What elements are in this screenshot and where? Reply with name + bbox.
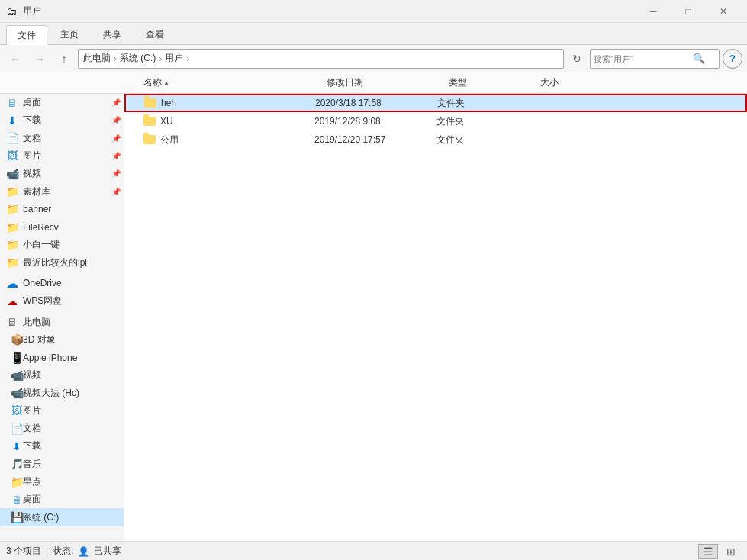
tab-file[interactable]: 文件 (6, 25, 47, 45)
col-header-name[interactable]: 名称 ▲ (137, 72, 320, 93)
sidebar-item-zuijin[interactable]: 📁 最近比较火的ipl (0, 254, 124, 272)
minimize-button[interactable]: ─ (636, 0, 671, 23)
folder-icon-title: 🗂 (6, 5, 17, 18)
sidebar-item-this-pc[interactable]: 🖥 此电脑 (0, 313, 124, 330)
file-item-gongyong[interactable]: 公用 2019/12/20 17:57 文件夹 (124, 130, 747, 149)
sidebar-item-iphone[interactable]: 📱 Apple iPhone (0, 349, 124, 366)
status-bar-left: 3 个项目 | 状态: 👤 已共享 (6, 545, 695, 558)
onedrive-icon: ☁ (6, 277, 18, 289)
folder-icon-filerecv: 📁 (6, 221, 18, 233)
file-date-heh: 2020/3/18 17:58 (309, 98, 431, 108)
details-view-button[interactable]: ☰ (698, 544, 718, 559)
shared-text: 已共享 (94, 545, 121, 558)
wps-icon: ☁ (6, 295, 18, 307)
sidebar: 🖥 桌面 📌 ⬇ 下载 📌 📄 文档 📌 🖼 图片 📌 📹 视频 (0, 94, 124, 541)
sidebar-item-filerecv[interactable]: 📁 FileRecv (0, 218, 124, 236)
pin-icon-5: 📌 (111, 169, 121, 178)
sidebar-item-onedrive[interactable]: ☁ OneDrive (0, 275, 124, 292)
close-button[interactable]: ✕ (706, 0, 741, 23)
pin-icon-6: 📌 (111, 188, 121, 196)
sidebar-item-documents[interactable]: 📄 文档 📌 (0, 130, 124, 147)
video3-icon: 📹 (6, 387, 18, 399)
music-icon: 🎵 (6, 458, 18, 470)
folder-icon-zuijin: 📁 (6, 256, 18, 269)
picture-icon: 🖼 (6, 150, 18, 162)
3d-icon: 📦 (6, 333, 18, 346)
address-sep-2: › (159, 53, 162, 64)
address-part-users[interactable]: 用户 (165, 52, 183, 65)
sidebar-item-sucaiku[interactable]: 📁 素材库 📌 (0, 182, 124, 200)
sidebar-item-drive-c[interactable]: 💾 系统 (C:) (0, 508, 124, 526)
sidebar-item-picture2[interactable]: 🖼 图片 (0, 402, 124, 420)
sidebar-item-pictures[interactable]: 🖼 图片 📌 (0, 147, 124, 165)
up-button[interactable]: ↑ (53, 49, 75, 69)
sidebar-item-wps[interactable]: ☁ WPS网盘 (0, 292, 124, 310)
pin-icon-2: 📌 (111, 116, 121, 124)
maximize-button[interactable]: □ (671, 0, 706, 23)
status-label: 状态: (53, 545, 73, 558)
video-icon: 📹 (6, 168, 18, 180)
search-icon[interactable]: 🔍 (693, 53, 705, 64)
sidebar-item-banner[interactable]: 📁 banner (0, 201, 124, 218)
sidebar-item-videos[interactable]: 📹 视频 📌 (0, 165, 124, 182)
file-date-gongyong: 2019/12/20 17:57 (308, 134, 430, 145)
sidebar-item-xiaobai[interactable]: 📁 小白一键 (0, 236, 124, 253)
tab-home[interactable]: 主页 (49, 24, 90, 44)
title-bar-icons: 🗂 (6, 5, 17, 18)
title-bar: 🗂 用户 ─ □ ✕ (0, 0, 747, 23)
folder-icon-sucai: 📁 (6, 185, 18, 198)
file-name-xu: XU (125, 116, 308, 127)
file-type-gongyong: 文件夹 (430, 134, 522, 146)
sidebar-item-zaodian[interactable]: 📁 早点 (0, 473, 124, 491)
folder-icon-banner: 📁 (6, 203, 18, 215)
video2-icon: 📹 (6, 369, 18, 381)
sidebar-item-document2[interactable]: 📄 文档 (0, 420, 124, 437)
address-bar-area: ← → ↑ 此电脑 › 系统 (C:) › 用户 › ↻ 🔍 ? (0, 45, 747, 72)
address-bar[interactable]: 此电脑 › 系统 (C:) › 用户 › (78, 49, 564, 69)
address-part-pc[interactable]: 此电脑 (83, 52, 111, 65)
sidebar-item-music[interactable]: 🎵 音乐 (0, 455, 124, 473)
file-type-heh: 文件夹 (431, 97, 523, 110)
desktop2-icon: 🖥 (6, 494, 18, 506)
col-header-date[interactable]: 修改日期 (320, 72, 443, 93)
status-bar-right: ☰ ⊞ (698, 544, 741, 559)
folder2-icon: 📁 (6, 476, 18, 488)
sidebar-item-desktop[interactable]: 🖥 桌面 📌 (0, 94, 124, 111)
sidebar-item-desktop2[interactable]: 🖥 桌面 (0, 491, 124, 508)
ribbon-tabs: 文件 主页 共享 查看 (0, 23, 747, 44)
sidebar-item-3d[interactable]: 📦 3D 对象 (0, 331, 124, 349)
sidebar-item-download[interactable]: ⬇ 下载 📌 (0, 111, 124, 129)
search-box: 🔍 (590, 49, 720, 69)
address-sep-1: › (114, 53, 117, 64)
main-area: 🖥 桌面 📌 ⬇ 下载 📌 📄 文档 📌 🖼 图片 📌 📹 视频 (0, 94, 747, 541)
picture2-icon: 🖼 (6, 404, 18, 417)
help-button[interactable]: ? (723, 49, 742, 69)
back-button[interactable]: ← (5, 49, 26, 69)
iphone-icon: 📱 (6, 352, 18, 364)
address-part-drive[interactable]: 系统 (C:) (120, 52, 156, 65)
sidebar-item-video2[interactable]: 📹 视频 (0, 366, 124, 384)
file-date-xu: 2019/12/28 9:08 (308, 116, 430, 127)
search-input[interactable] (594, 54, 693, 63)
file-type-xu: 文件夹 (430, 115, 522, 128)
file-item-xu[interactable]: XU 2019/12/28 9:08 文件夹 (124, 112, 747, 130)
refresh-button[interactable]: ↻ (567, 49, 587, 69)
tab-share[interactable]: 共享 (92, 24, 133, 44)
sidebar-item-video3[interactable]: 📹 视频大法 (Hc) (0, 385, 124, 402)
col-header-type[interactable]: 类型 (443, 72, 534, 93)
col-header-size[interactable]: 大小 (534, 72, 610, 93)
column-headers: 名称 ▲ 修改日期 类型 大小 (0, 72, 747, 94)
status-divider: | (46, 546, 48, 557)
folder-icon-heh (144, 98, 156, 108)
large-icon-view-button[interactable]: ⊞ (721, 544, 741, 559)
sidebar-item-download2[interactable]: ⬇ 下载 (0, 437, 124, 455)
file-name-gongyong: 公用 (125, 134, 308, 146)
pin-icon-4: 📌 (111, 152, 121, 160)
file-item-heh[interactable]: heh 2020/3/18 17:58 文件夹 (124, 94, 747, 112)
tab-view[interactable]: 查看 (134, 24, 175, 44)
drive-c-icon: 💾 (6, 511, 18, 523)
pin-icon-3: 📌 (111, 134, 121, 143)
document-icon: 📄 (6, 132, 18, 144)
shared-icon: 👤 (78, 546, 89, 557)
forward-button[interactable]: → (29, 49, 50, 69)
